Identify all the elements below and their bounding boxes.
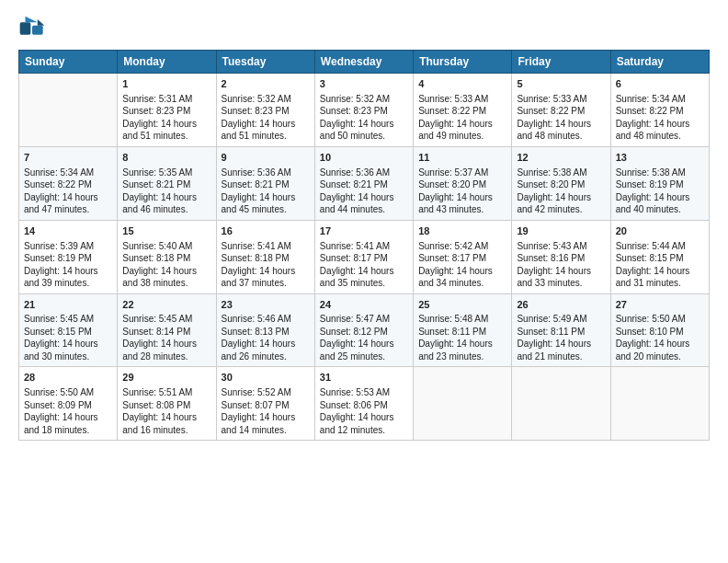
header (18, 15, 710, 42)
calendar-table: SundayMondayTuesdayWednesdayThursdayFrid… (18, 50, 710, 441)
calendar-cell: 29Sunrise: 5:51 AM Sunset: 8:08 PM Dayli… (118, 367, 216, 441)
day-number: 15 (122, 224, 210, 238)
calendar-cell (610, 367, 709, 441)
day-info: Sunrise: 5:33 AM Sunset: 8:22 PM Dayligh… (418, 93, 506, 143)
day-number: 9 (222, 151, 310, 165)
day-number: 27 (616, 298, 704, 312)
col-header-friday: Friday (512, 51, 610, 74)
calendar-week-row: 1Sunrise: 5:31 AM Sunset: 8:23 PM Daylig… (19, 74, 710, 147)
calendar-cell: 13Sunrise: 5:38 AM Sunset: 8:19 PM Dayli… (610, 146, 709, 220)
calendar-cell: 28Sunrise: 5:50 AM Sunset: 8:09 PM Dayli… (19, 367, 118, 441)
calendar-cell (414, 367, 512, 441)
calendar-cell: 14Sunrise: 5:39 AM Sunset: 8:19 PM Dayli… (19, 220, 118, 293)
calendar-cell: 5Sunrise: 5:33 AM Sunset: 8:22 PM Daylig… (512, 74, 610, 147)
calendar-week-row: 14Sunrise: 5:39 AM Sunset: 8:19 PM Dayli… (19, 220, 710, 293)
day-number: 24 (320, 298, 408, 312)
day-info: Sunrise: 5:50 AM Sunset: 8:09 PM Dayligh… (24, 386, 112, 436)
day-info: Sunrise: 5:43 AM Sunset: 8:16 PM Dayligh… (517, 240, 605, 290)
day-info: Sunrise: 5:49 AM Sunset: 8:11 PM Dayligh… (517, 313, 605, 362)
day-info: Sunrise: 5:32 AM Sunset: 8:23 PM Dayligh… (222, 93, 310, 143)
calendar-cell: 7Sunrise: 5:34 AM Sunset: 8:22 PM Daylig… (19, 146, 118, 220)
day-info: Sunrise: 5:41 AM Sunset: 8:18 PM Dayligh… (222, 240, 310, 290)
calendar-cell: 23Sunrise: 5:46 AM Sunset: 8:13 PM Dayli… (216, 293, 314, 367)
calendar-cell: 12Sunrise: 5:38 AM Sunset: 8:20 PM Dayli… (512, 146, 610, 220)
day-number: 10 (320, 151, 408, 165)
day-number: 13 (616, 151, 704, 165)
day-info: Sunrise: 5:34 AM Sunset: 8:22 PM Dayligh… (616, 93, 704, 143)
day-number: 19 (517, 224, 605, 238)
day-number: 20 (616, 224, 704, 238)
calendar-cell: 31Sunrise: 5:53 AM Sunset: 8:06 PM Dayli… (314, 367, 413, 441)
calendar-week-row: 7Sunrise: 5:34 AM Sunset: 8:22 PM Daylig… (19, 146, 710, 220)
calendar-cell: 18Sunrise: 5:42 AM Sunset: 8:17 PM Dayli… (414, 220, 512, 293)
calendar-cell: 24Sunrise: 5:47 AM Sunset: 8:12 PM Dayli… (314, 293, 413, 367)
day-number: 25 (418, 298, 506, 312)
calendar-cell: 20Sunrise: 5:44 AM Sunset: 8:15 PM Dayli… (610, 220, 709, 293)
day-number: 5 (517, 77, 605, 91)
day-info: Sunrise: 5:38 AM Sunset: 8:19 PM Dayligh… (616, 167, 704, 216)
day-number: 17 (320, 224, 408, 238)
calendar-cell: 25Sunrise: 5:48 AM Sunset: 8:11 PM Dayli… (414, 293, 512, 367)
day-info: Sunrise: 5:34 AM Sunset: 8:22 PM Dayligh… (24, 167, 112, 216)
day-number: 7 (24, 151, 112, 165)
day-number: 18 (418, 224, 506, 238)
logo-icon (18, 15, 46, 42)
calendar-cell: 8Sunrise: 5:35 AM Sunset: 8:21 PM Daylig… (118, 146, 216, 220)
calendar-cell: 30Sunrise: 5:52 AM Sunset: 8:07 PM Dayli… (216, 367, 314, 441)
calendar-cell: 21Sunrise: 5:45 AM Sunset: 8:15 PM Dayli… (19, 293, 118, 367)
day-info: Sunrise: 5:52 AM Sunset: 8:07 PM Dayligh… (222, 386, 310, 436)
calendar-cell: 10Sunrise: 5:36 AM Sunset: 8:21 PM Dayli… (314, 146, 413, 220)
logo (18, 15, 50, 42)
day-number: 11 (418, 151, 506, 165)
day-number: 1 (122, 77, 210, 91)
col-header-sunday: Sunday (19, 51, 118, 74)
calendar-cell: 11Sunrise: 5:37 AM Sunset: 8:20 PM Dayli… (414, 146, 512, 220)
day-number: 21 (24, 298, 112, 312)
day-info: Sunrise: 5:35 AM Sunset: 8:21 PM Dayligh… (122, 167, 210, 216)
calendar-cell: 22Sunrise: 5:45 AM Sunset: 8:14 PM Dayli… (118, 293, 216, 367)
col-header-tuesday: Tuesday (216, 51, 314, 74)
calendar-cell: 2Sunrise: 5:32 AM Sunset: 8:23 PM Daylig… (216, 74, 314, 147)
day-info: Sunrise: 5:45 AM Sunset: 8:15 PM Dayligh… (24, 313, 112, 362)
calendar-cell: 4Sunrise: 5:33 AM Sunset: 8:22 PM Daylig… (414, 74, 512, 147)
calendar-cell (19, 74, 118, 147)
col-header-saturday: Saturday (610, 51, 709, 74)
day-number: 23 (222, 298, 310, 312)
day-info: Sunrise: 5:39 AM Sunset: 8:19 PM Dayligh… (24, 240, 112, 290)
day-number: 6 (616, 77, 704, 91)
svg-rect-0 (20, 22, 31, 34)
day-info: Sunrise: 5:42 AM Sunset: 8:17 PM Dayligh… (418, 240, 506, 290)
day-number: 14 (24, 224, 112, 238)
day-info: Sunrise: 5:45 AM Sunset: 8:14 PM Dayligh… (122, 313, 210, 362)
day-info: Sunrise: 5:36 AM Sunset: 8:21 PM Dayligh… (222, 167, 310, 216)
day-info: Sunrise: 5:46 AM Sunset: 8:13 PM Dayligh… (222, 313, 310, 362)
day-number: 8 (122, 151, 210, 165)
calendar-cell: 9Sunrise: 5:36 AM Sunset: 8:21 PM Daylig… (216, 146, 314, 220)
calendar-cell: 27Sunrise: 5:50 AM Sunset: 8:10 PM Dayli… (610, 293, 709, 367)
day-info: Sunrise: 5:41 AM Sunset: 8:17 PM Dayligh… (320, 240, 408, 290)
day-number: 26 (517, 298, 605, 312)
calendar-cell: 6Sunrise: 5:34 AM Sunset: 8:22 PM Daylig… (610, 74, 709, 147)
day-number: 3 (320, 77, 408, 91)
day-number: 16 (222, 224, 310, 238)
calendar-cell: 19Sunrise: 5:43 AM Sunset: 8:16 PM Dayli… (512, 220, 610, 293)
calendar-cell: 17Sunrise: 5:41 AM Sunset: 8:17 PM Dayli… (314, 220, 413, 293)
calendar-cell: 26Sunrise: 5:49 AM Sunset: 8:11 PM Dayli… (512, 293, 610, 367)
svg-rect-1 (32, 26, 43, 35)
col-header-wednesday: Wednesday (314, 51, 413, 74)
day-info: Sunrise: 5:44 AM Sunset: 8:15 PM Dayligh… (616, 240, 704, 290)
calendar-week-row: 28Sunrise: 5:50 AM Sunset: 8:09 PM Dayli… (19, 367, 710, 441)
day-info: Sunrise: 5:51 AM Sunset: 8:08 PM Dayligh… (122, 386, 210, 436)
calendar-cell: 15Sunrise: 5:40 AM Sunset: 8:18 PM Dayli… (118, 220, 216, 293)
svg-marker-3 (38, 19, 45, 26)
calendar-cell (512, 367, 610, 441)
svg-marker-2 (26, 17, 38, 23)
day-info: Sunrise: 5:36 AM Sunset: 8:21 PM Dayligh… (320, 167, 408, 216)
calendar-header-row: SundayMondayTuesdayWednesdayThursdayFrid… (19, 51, 710, 74)
page: SundayMondayTuesdayWednesdayThursdayFrid… (0, 0, 728, 450)
day-number: 22 (122, 298, 210, 312)
calendar-cell: 16Sunrise: 5:41 AM Sunset: 8:18 PM Dayli… (216, 220, 314, 293)
day-number: 28 (24, 371, 112, 385)
calendar-cell: 1Sunrise: 5:31 AM Sunset: 8:23 PM Daylig… (118, 74, 216, 147)
col-header-thursday: Thursday (414, 51, 512, 74)
